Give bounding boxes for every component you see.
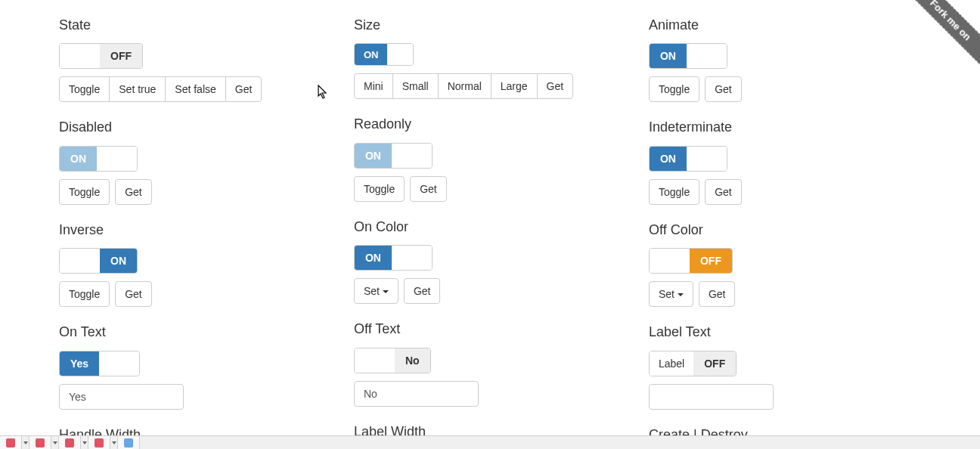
labeltext-title: Label Text — [649, 324, 921, 341]
indeterminate-toggle-button[interactable]: Toggle — [649, 179, 699, 205]
caret-down-icon — [678, 293, 684, 296]
oncolor-switch[interactable]: ON — [354, 245, 433, 271]
size-switch[interactable]: ON — [354, 43, 414, 66]
taskbar-dropdown[interactable] — [51, 436, 59, 449]
inverse-get-button[interactable]: Get — [115, 281, 152, 307]
taskbar-dropdown[interactable] — [81, 436, 88, 449]
taskbar-tab[interactable] — [88, 436, 110, 449]
state-switch[interactable]: OFF — [59, 43, 143, 69]
switch-on-label: ON — [650, 147, 687, 171]
size-get-button[interactable]: Get — [537, 73, 574, 99]
switch-on-label: ON — [60, 147, 97, 171]
switch-label: Label — [650, 351, 693, 376]
caret-down-icon — [383, 290, 389, 293]
state-toggle-button[interactable]: Toggle — [59, 76, 110, 102]
readonly-title: Readonly — [354, 116, 626, 133]
readonly-get-button[interactable]: Get — [410, 176, 447, 202]
switch-blank — [392, 144, 432, 168]
taskbar-tab[interactable] — [0, 436, 22, 449]
disabled-get-button[interactable]: Get — [115, 179, 152, 205]
offcolor-set-button[interactable]: Set — [649, 281, 693, 307]
taskbar-dropdown[interactable] — [110, 436, 118, 449]
offcolor-title: Off Color — [649, 221, 921, 239]
app-icon — [124, 438, 133, 447]
app-icon — [65, 438, 74, 447]
inverse-toggle-button[interactable]: Toggle — [59, 281, 110, 307]
oncolor-title: On Color — [354, 218, 626, 236]
app-icon — [6, 438, 15, 447]
switch-blank — [99, 351, 139, 376]
switch-on-label: Yes — [60, 351, 99, 376]
switch-off-label: OFF — [690, 249, 732, 273]
state-set-true-button[interactable]: Set true — [109, 76, 166, 102]
offcolor-switch[interactable]: OFF — [649, 248, 733, 274]
ontext-title: On Text — [59, 324, 331, 341]
size-title: Size — [354, 17, 626, 34]
switch-blank — [687, 44, 727, 68]
indeterminate-switch[interactable]: ON — [649, 146, 727, 172]
animate-title: Animate — [649, 17, 921, 34]
readonly-toggle-button[interactable]: Toggle — [354, 176, 405, 202]
taskbar-dropdown[interactable] — [22, 436, 29, 449]
switch-off-label: OFF — [693, 351, 736, 376]
offcolor-get-button[interactable]: Get — [699, 281, 736, 307]
size-mini-button[interactable]: Mini — [354, 73, 393, 99]
indeterminate-get-button[interactable]: Get — [705, 179, 742, 205]
switch-on-label: ON — [355, 44, 388, 65]
ontext-switch[interactable]: Yes — [59, 351, 140, 376]
switch-blank — [392, 246, 432, 270]
oncolor-get-button[interactable]: Get — [404, 278, 441, 304]
switch-on-label: ON — [100, 249, 137, 273]
switch-blank — [97, 147, 137, 171]
taskbar-tab[interactable] — [118, 436, 140, 449]
taskbar-tab[interactable] — [29, 436, 51, 449]
ontext-input[interactable] — [59, 384, 184, 410]
app-icon — [95, 438, 104, 447]
switch-on-label: ON — [650, 44, 687, 68]
size-small-button[interactable]: Small — [392, 73, 439, 99]
animate-switch[interactable]: ON — [649, 43, 727, 69]
switch-on-label: ON — [355, 144, 392, 168]
disabled-switch[interactable]: ON — [59, 146, 138, 172]
oncolor-set-button[interactable]: Set — [354, 278, 399, 304]
state-title: State — [59, 17, 331, 34]
disabled-toggle-button[interactable]: Toggle — [59, 179, 110, 205]
state-set-false-button[interactable]: Set false — [165, 76, 225, 102]
labeltext-input[interactable] — [649, 384, 774, 410]
switch-blank — [355, 348, 395, 373]
taskbar — [0, 435, 980, 449]
offtext-switch[interactable]: No — [354, 348, 431, 373]
readonly-switch[interactable]: ON — [354, 143, 433, 169]
switch-blank — [387, 44, 413, 65]
state-get-button[interactable]: Get — [225, 76, 262, 102]
app-icon — [36, 438, 45, 447]
indeterminate-title: Indeterminate — [649, 119, 921, 136]
switch-blank — [687, 147, 727, 171]
offtext-title: Off Text — [354, 320, 626, 338]
disabled-title: Disabled — [59, 119, 331, 136]
size-normal-button[interactable]: Normal — [438, 73, 492, 99]
animate-get-button[interactable]: Get — [705, 76, 742, 102]
inverse-switch[interactable]: ON — [59, 248, 138, 274]
inverse-title: Inverse — [59, 221, 331, 239]
taskbar-tab[interactable] — [59, 436, 81, 449]
switch-off-label: No — [395, 348, 430, 373]
switch-off-label: OFF — [100, 44, 142, 68]
switch-on-label: ON — [355, 246, 392, 270]
size-large-button[interactable]: Large — [491, 73, 538, 99]
animate-toggle-button[interactable]: Toggle — [649, 76, 699, 102]
switch-blank — [60, 44, 100, 68]
offtext-input[interactable] — [354, 381, 479, 407]
switch-blank — [650, 249, 690, 273]
labeltext-switch[interactable]: Label OFF — [649, 351, 737, 376]
switch-blank — [60, 249, 100, 273]
